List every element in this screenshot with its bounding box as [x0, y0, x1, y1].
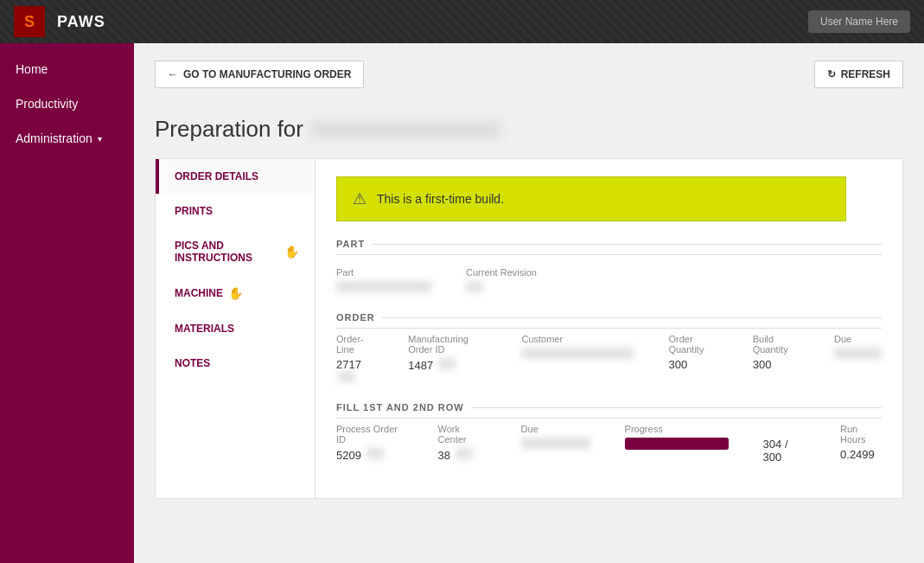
sidebar-item-home[interactable]: Home	[0, 52, 134, 86]
fill-due-field: Due	[521, 424, 590, 464]
due-blur	[834, 348, 882, 359]
order-qty-field: Order Quantity 300	[668, 334, 717, 385]
customer-blur	[521, 348, 634, 359]
fill-due-blur	[521, 438, 590, 449]
due-field: Due	[834, 334, 882, 385]
part-field: Part	[336, 267, 431, 295]
fill-section-header: FILL 1ST AND 2ND ROW	[336, 402, 882, 419]
sidebar-item-productivity[interactable]: Productivity	[0, 86, 134, 121]
main-content: ← GO TO MANUFACTURING ORDER ↻ REFRESH Pr…	[134, 43, 924, 563]
part-value-blur	[336, 281, 431, 292]
run-hours-field: Run Hours 0.2499	[840, 424, 882, 464]
card-nav-prints[interactable]: PRINTS	[156, 194, 315, 228]
process-order-blur	[366, 448, 384, 459]
card-body: ⚠ This is a first-time build. PART Part …	[315, 159, 902, 498]
order-line-field: Order-Line 2717	[336, 334, 373, 385]
arrow-left-icon: ←	[168, 68, 178, 80]
work-center-field: Work Center 38	[437, 424, 486, 464]
progress-text-field: x 304 / 300	[763, 424, 806, 464]
card-sidebar: ORDER DETAILS PRINTS PICS AND INSTRUCTIO…	[156, 159, 315, 498]
mo-id-field: Manufacturing Order ID 1487	[408, 334, 487, 385]
order-section-header: ORDER	[336, 312, 882, 329]
sidebar: Home Productivity Administration ▾	[0, 43, 134, 563]
hand-icon-2: ✋	[228, 286, 243, 300]
process-order-field: Process Order ID 5209	[336, 424, 403, 464]
go-to-mo-button[interactable]: ← GO TO MANUFACTURING ORDER	[155, 61, 364, 88]
order-fields: Order-Line 2717 Manufacturing Order ID 1…	[336, 334, 882, 385]
refresh-icon: ↻	[827, 68, 836, 80]
refresh-button[interactable]: ↻ REFRESH	[814, 61, 903, 88]
main-layout: Home Productivity Administration ▾ ← GO …	[0, 43, 924, 563]
progress-field: Progress	[625, 424, 729, 464]
order-line-blur	[338, 371, 355, 382]
card-nav-notes[interactable]: NOTES	[156, 346, 315, 381]
current-revision-field: Current Revision	[466, 267, 537, 295]
customer-field: Customer	[521, 334, 634, 385]
app-logo: S	[14, 6, 45, 37]
build-qty-field: Build Quantity 300	[753, 334, 800, 385]
order-card: ORDER DETAILS PRINTS PICS AND INSTRUCTIO…	[155, 158, 903, 499]
mo-id-blur	[438, 358, 456, 369]
part-fields: Part Current Revision	[336, 267, 882, 295]
progress-bar	[625, 438, 729, 450]
revision-value-blur	[466, 281, 483, 292]
fill-fields: Process Order ID 5209 Work Center 38	[336, 424, 882, 464]
card-nav-materials[interactable]: MATERIALS	[156, 311, 315, 346]
app-title: PAWS	[57, 13, 105, 31]
card-nav-order-details[interactable]: ORDER DETAILS	[156, 159, 315, 194]
warning-banner: ⚠ This is a first-time build.	[336, 176, 846, 221]
card-nav-pics-instructions[interactable]: PICS AND INSTRUCTIONS ✋	[156, 228, 315, 275]
page-title: Preparation for	[155, 116, 903, 143]
top-nav: S PAWS User Name Here	[0, 0, 924, 43]
work-center-blur	[456, 448, 473, 459]
part-section-header: PART	[336, 239, 882, 255]
hand-icon: ✋	[284, 245, 299, 259]
card-nav-machine[interactable]: MACHINE ✋	[156, 275, 315, 311]
sidebar-item-administration[interactable]: Administration ▾	[0, 121, 134, 156]
warning-icon: ⚠	[353, 189, 366, 208]
chevron-down-icon: ▾	[98, 134, 102, 144]
user-badge: User Name Here	[808, 10, 910, 33]
title-blur	[310, 121, 500, 138]
progress-fill	[625, 438, 729, 450]
top-buttons: ← GO TO MANUFACTURING ORDER ↻ REFRESH	[155, 61, 903, 102]
